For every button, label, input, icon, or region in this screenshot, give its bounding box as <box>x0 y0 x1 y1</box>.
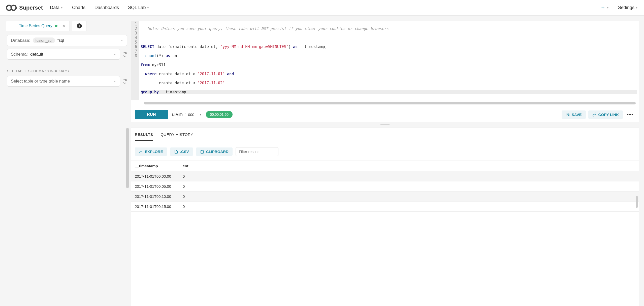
content-area: ⋮⋮ Time Series Query ✕ + Database: fusio… <box>0 16 644 306</box>
table-row: 2017-11-01T00:00:00 0 <box>131 171 639 181</box>
database-tag: fusion_sql <box>33 37 55 43</box>
copy-link-button[interactable]: COPY LINK <box>588 110 623 119</box>
add-tab-button[interactable]: + <box>72 21 87 31</box>
tab-results[interactable]: RESULTS <box>135 132 153 141</box>
right-panel: 12345678 -- Note: Unless you save your q… <box>131 21 644 306</box>
limit-select[interactable]: LIMIT: 1 000 ▼ <box>172 112 202 117</box>
kw-by: by <box>154 90 159 94</box>
brand-logo[interactable]: Superset <box>6 5 43 11</box>
results-vscrollbar[interactable] <box>636 196 638 208</box>
explore-button[interactable]: EXPLORE <box>135 147 167 156</box>
nav-links: Data ▼ Charts Dashboards SQL Lab ▼ <box>50 5 149 10</box>
caret-down-icon: ▼ <box>114 80 116 83</box>
run-button[interactable]: RUN <box>135 110 168 119</box>
more-actions-button[interactable]: ••• <box>625 112 635 118</box>
filter-results-input[interactable] <box>236 147 278 156</box>
sql-editor[interactable]: 12345678 -- Note: Unless you save your q… <box>131 21 639 100</box>
code-text: __timestamp <box>159 90 186 94</box>
editor-hscrollbar[interactable] <box>144 102 636 104</box>
top-nav: Superset Data ▼ Charts Dashboards SQL La… <box>0 0 644 16</box>
result-tabs: RESULTS QUERY HISTORY <box>131 128 639 141</box>
table-select-row: Select table or type table name ▼ <box>7 76 127 87</box>
limit-label: LIMIT: <box>172 112 183 117</box>
line-gutter: 12345678 <box>131 21 139 100</box>
code-text: ) <box>288 45 293 49</box>
clipboard-label: CLIPBOARD <box>206 149 229 154</box>
nav-charts[interactable]: Charts <box>72 5 85 10</box>
left-panel: ⋮⋮ Time Series Query ✕ + Database: fusio… <box>0 21 131 306</box>
col-cnt[interactable]: cnt <box>179 161 639 171</box>
query-tab-active[interactable]: ⋮⋮ Time Series Query ✕ <box>6 21 70 31</box>
cell-timestamp: 2017-11-01T00:15:00 <box>131 202 179 212</box>
nav-settings[interactable]: Settings ▼ <box>618 5 638 10</box>
kw-as: as <box>166 54 170 58</box>
nav-dashboards-label: Dashboards <box>94 5 119 10</box>
tab-title: Time Series Query <box>19 24 52 28</box>
tab-query-history[interactable]: QUERY HISTORY <box>160 132 193 141</box>
close-tab-button[interactable]: ✕ <box>62 24 65 28</box>
code-text: nyc311 <box>150 63 166 67</box>
nav-sql-lab[interactable]: SQL Lab ▼ <box>128 5 149 10</box>
code-text: date_format(create_date_dt, <box>154 45 220 49</box>
limit-value: 1 000 <box>185 112 195 117</box>
schema-value: default <box>30 52 43 57</box>
brand-name: Superset <box>19 5 43 11</box>
save-icon <box>566 112 570 117</box>
cell-cnt: 0 <box>179 192 639 202</box>
database-select-row: Database: fusion_sql fsql ▼ <box>7 35 127 46</box>
clipboard-button[interactable]: CLIPBOARD <box>196 147 233 156</box>
fn-count: count <box>145 54 156 58</box>
caret-down-icon: ▼ <box>147 6 149 9</box>
superset-logo-icon <box>6 5 17 11</box>
cell-cnt: 0 <box>179 181 639 192</box>
explore-label: EXPLORE <box>145 149 163 154</box>
nav-settings-label: Settings <box>618 5 634 10</box>
schema-select[interactable]: Schema: default ▼ <box>7 49 120 60</box>
left-vscrollbar[interactable] <box>126 128 129 188</box>
query-tabs: ⋮⋮ Time Series Query ✕ + <box>6 21 127 31</box>
nav-dashboards[interactable]: Dashboards <box>94 5 119 10</box>
table-row: 2017-11-01T00:05:00 0 <box>131 181 639 192</box>
toolbar-right: SAVE COPY LINK ••• <box>562 110 635 119</box>
kw-select: SELECT <box>141 45 154 49</box>
cell-timestamp: 2017-11-01T00:00:00 <box>131 171 179 181</box>
database-select[interactable]: Database: fusion_sql fsql ▼ <box>7 35 127 46</box>
results-panel: RESULTS QUERY HISTORY EXPLORE .CSV CLIPB… <box>131 128 639 306</box>
code-area[interactable]: -- Note: Unless you save your query, the… <box>139 21 639 100</box>
table-section-label: SEE TABLE SCHEMA 10 INDEFAULT <box>7 69 127 73</box>
code-text: (*) <box>156 54 166 58</box>
code-string: '2017-11-01' <box>198 72 225 76</box>
code-text: cnt <box>170 54 179 58</box>
splitter-grip-icon <box>380 124 390 125</box>
code-string: 'yyy-MM-dd HH:mm gap=5MINUTES' <box>220 45 288 49</box>
nav-data-label: Data <box>50 5 59 10</box>
add-new-button[interactable]: ＋ ▼ <box>600 4 609 11</box>
table-section-scope: DEFAULT <box>53 69 70 73</box>
kw-group: group <box>141 90 152 94</box>
code-text: create_date_dt < <box>159 81 198 85</box>
save-label: SAVE <box>572 112 582 117</box>
table-select[interactable]: Select table or type table name ▼ <box>7 76 120 87</box>
kw-and: and <box>227 72 234 76</box>
code-comment: -- Note: Unless you save your query, the… <box>141 26 389 31</box>
cell-timestamp: 2017-11-01T00:10:00 <box>131 192 179 202</box>
sql-editor-container: 12345678 -- Note: Unless you save your q… <box>131 21 639 122</box>
nav-sql-lab-label: SQL Lab <box>128 5 146 10</box>
drag-handle-icon[interactable]: ⋮⋮ <box>10 24 16 28</box>
save-button[interactable]: SAVE <box>562 110 586 119</box>
refresh-tables-button[interactable] <box>122 79 127 84</box>
nav-data[interactable]: Data ▼ <box>50 5 63 10</box>
vertical-splitter[interactable] <box>131 124 639 126</box>
code-string: '2017-11-02' <box>198 81 225 85</box>
code-text: create_date_dt > <box>156 72 198 76</box>
chart-line-icon <box>139 150 143 154</box>
cell-cnt: 0 <box>179 171 639 181</box>
code-text: __timestamp, <box>298 45 327 49</box>
clipboard-icon <box>200 150 204 154</box>
csv-button[interactable]: .CSV <box>170 147 193 156</box>
table-placeholder: Select table or type table name <box>11 79 70 84</box>
plus-icon: ＋ <box>600 4 605 11</box>
kw-from: from <box>141 63 150 67</box>
refresh-schema-button[interactable] <box>122 52 127 57</box>
col-timestamp[interactable]: __timestamp <box>131 161 179 171</box>
